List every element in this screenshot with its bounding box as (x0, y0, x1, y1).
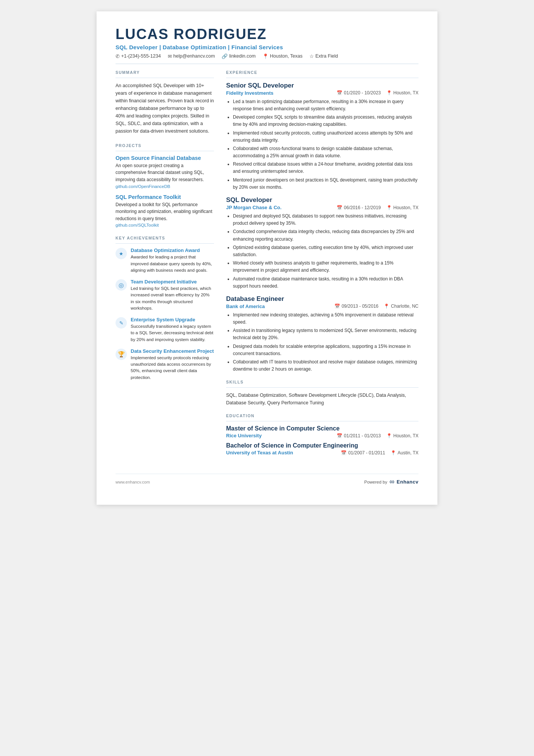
dates-1: 📅 01/2020 - 10/2023 (337, 90, 381, 95)
achievements-divider (116, 243, 214, 244)
achievement-desc-2: Led training for SQL best practices, whi… (131, 285, 214, 311)
edu-meta-1: Rice University 📅 01/2011 - 01/2013 📍 Ho… (226, 433, 418, 438)
projects-divider (116, 151, 214, 151)
achievement-desc-4: Implemented security protocols reducing … (131, 355, 214, 381)
edu-pin-1: 📍 (386, 433, 392, 438)
edu-dates-1: 📅 01/2011 - 01/2013 (337, 433, 381, 438)
bullet-2-0: Designed and deployed SQL databases to s… (233, 213, 418, 227)
skills-label: SKILLS (226, 380, 418, 384)
achievement-icon-3: ✎ (116, 317, 127, 329)
bullets-1: Led a team in optimizing database perfor… (226, 98, 418, 191)
email-contact: ✉ help@enhancv.com (168, 53, 215, 59)
candidate-name: LUCAS RODRIGUEZ (116, 27, 418, 42)
achievement-1: ★ Database Optimization Award Awarded fo… (116, 247, 214, 274)
enhancv-brand: Enhancv (397, 479, 418, 485)
summary-section: SUMMARY An accomplished SQL Developer wi… (116, 70, 214, 135)
header-divider (116, 64, 418, 64)
achievement-desc-3: Successfully transitioned a legacy syste… (131, 323, 214, 343)
achievement-content-3: Enterprise System Upgrade Successfully t… (131, 317, 214, 343)
bullet-3-2: Designed data models for scalable enterp… (233, 343, 418, 357)
project-desc-1: An open source project creating a compre… (116, 162, 214, 183)
phone-contact: ✆ +1-(234)-555-1234 (116, 53, 161, 59)
bullet-2-2: Optimized existing database queries, cut… (233, 244, 418, 258)
bullet-3-3: Collaborated with IT teams to troublesho… (233, 358, 418, 373)
main-content: SUMMARY An accomplished SQL Developer wi… (116, 70, 418, 463)
edu-calendar-1: 📅 (337, 433, 342, 438)
job-title-3: Database Engineer (226, 295, 418, 303)
job-meta-1: Fidelity Investments 📅 01/2020 - 10/2023… (226, 90, 418, 96)
achievement-3: ✎ Enterprise System Upgrade Successfully… (116, 317, 214, 343)
achievement-title-3: Enterprise System Upgrade (131, 317, 214, 322)
company-2: JP Morgan Chase & Co. (226, 205, 281, 210)
achievement-content-4: Data Security Enhancement Project Implem… (131, 348, 214, 381)
dates-loc-2: 📅 06/2016 - 12/2019 📍 Houston, TX (337, 205, 418, 210)
job-3: Database Engineer Bank of America 📅 09/2… (226, 295, 418, 373)
education-section: EDUCATION Master of Science in Computer … (226, 413, 418, 455)
location-contact: 📍 Houston, Texas (262, 53, 303, 59)
edu-pin-2: 📍 (390, 450, 396, 455)
extra-contact: ☆ Extra Field (309, 53, 338, 59)
location-1: 📍 Houston, TX (386, 90, 418, 95)
summary-divider (116, 78, 214, 78)
job-title-1: Senior SQL Developer (226, 82, 418, 89)
project-link-1[interactable]: github.com/OpenFinanceDB (116, 184, 214, 189)
achievements-section: KEY ACHIEVEMENTS ★ Database Optimization… (116, 236, 214, 381)
achievement-content-1: Database Optimization Award Awarded for … (131, 247, 214, 274)
education-label: EDUCATION (226, 413, 418, 418)
linkedin-icon: 🔗 (222, 53, 228, 59)
summary-text: An accomplished SQL Developer with 10+ y… (116, 82, 214, 135)
edu-location-1: 📍 Houston, TX (386, 433, 418, 438)
candidate-title: SQL Developer | Database Optimization | … (116, 44, 418, 50)
bullet-1-4: Resolved critical database issues within… (233, 161, 418, 175)
location-3: 📍 Charlotte, NC (384, 304, 418, 309)
bullets-2: Designed and deployed SQL databases to s… (226, 213, 418, 290)
summary-label: SUMMARY (116, 70, 214, 75)
bullet-1-2: Implemented robust security protocols, c… (233, 130, 418, 144)
bullet-1-1: Developed complex SQL scripts to streaml… (233, 114, 418, 128)
left-column: SUMMARY An accomplished SQL Developer wi… (116, 70, 214, 463)
dates-2: 📅 06/2016 - 12/2019 (337, 205, 381, 210)
project-link-2[interactable]: github.com/SQLToolkit (116, 223, 214, 227)
achievement-icon-4: 🏆 (116, 349, 127, 360)
achievement-4: 🏆 Data Security Enhancement Project Impl… (116, 348, 214, 381)
pin-icon-3: 📍 (384, 304, 389, 309)
degree-2: Bachelor of Science in Computer Engineer… (226, 442, 418, 455)
bullet-2-4: Automated routine database maintenance t… (233, 275, 418, 290)
edu-dates-loc-2: 📅 01/2007 - 01/2011 📍 Austin, TX (341, 450, 418, 455)
project-item-1: Open Source Financial Database An open s… (116, 155, 214, 189)
experience-divider (226, 78, 418, 78)
star-icon: ☆ (309, 53, 314, 59)
edu-location-2: 📍 Austin, TX (390, 450, 418, 455)
location-2: 📍 Houston, TX (386, 205, 418, 210)
job-title-2: SQL Developer (226, 196, 418, 204)
job-meta-2: JP Morgan Chase & Co. 📅 06/2016 - 12/201… (226, 205, 418, 210)
achievement-desc-1: Awarded for leading a project that impro… (131, 254, 214, 274)
degree-title-2: Bachelor of Science in Computer Engineer… (226, 442, 418, 449)
calendar-icon-3: 📅 (334, 304, 340, 309)
company-1: Fidelity Investments (226, 90, 273, 96)
bullet-1-0: Led a team in optimizing database perfor… (233, 98, 418, 113)
skills-text: SQL, Database Optimization, Software Dev… (226, 391, 418, 407)
job-2: SQL Developer JP Morgan Chase & Co. 📅 06… (226, 196, 418, 290)
location-icon: 📍 (262, 53, 269, 59)
job-1: Senior SQL Developer Fidelity Investment… (226, 82, 418, 191)
bullet-3-1: Assisted in transitioning legacy systems… (233, 327, 418, 341)
bullets-3: Implemented new indexing strategies, ach… (226, 311, 418, 373)
powered-by-text: Powered by (364, 480, 387, 484)
enhancv-infinity-icon: ∞ (389, 478, 394, 486)
project-title-2: SQL Performance Toolkit (116, 194, 214, 200)
calendar-icon-2: 📅 (337, 205, 342, 210)
pin-icon-2: 📍 (386, 205, 392, 210)
achievement-title-4: Data Security Enhancement Project (131, 348, 214, 354)
projects-section: PROJECTS Open Source Financial Database … (116, 143, 214, 228)
project-item-2: SQL Performance Toolkit Developed a tool… (116, 194, 214, 228)
education-divider (226, 421, 418, 421)
bullet-3-0: Implemented new indexing strategies, ach… (233, 311, 418, 326)
projects-label: PROJECTS (116, 143, 214, 148)
email-icon: ✉ (168, 53, 172, 59)
edu-meta-2: University of Texas at Austin 📅 01/2007 … (226, 450, 418, 455)
linkedin-contact: 🔗 linkedin.com (222, 53, 255, 59)
right-column: EXPERIENCE Senior SQL Developer Fidelity… (226, 70, 418, 463)
skills-divider (226, 387, 418, 388)
experience-label: EXPERIENCE (226, 70, 418, 75)
